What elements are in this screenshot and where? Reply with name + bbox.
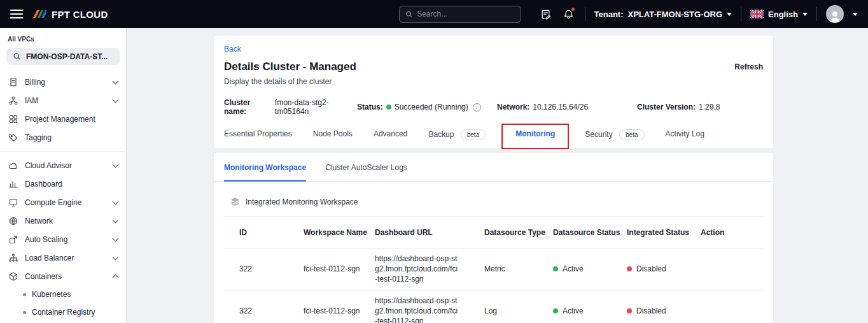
sidebar-item-billing[interactable]: Billing (0, 73, 126, 91)
sidebar-item-dashboard[interactable]: Dashboard (0, 175, 126, 193)
sidebar-item-label: Dashboard (25, 180, 118, 189)
sidebar-item-label: Tagging (25, 133, 118, 142)
cell-datasource-type: Metric (484, 264, 553, 273)
chevron-down-icon (113, 198, 119, 205)
search-icon (405, 10, 413, 18)
meta-network: Network: 10.126.15.64/26 (497, 103, 637, 111)
subtab-cluster-autoscaler-logs[interactable]: Cluster AutoScaler Logs (325, 163, 407, 181)
tenant-value: XPLAT-FMON-STG-ORG (628, 10, 723, 19)
global-search[interactable] (399, 6, 521, 23)
sidebar-item-project-management[interactable]: Project Management (0, 110, 126, 128)
fpt-logo-icon (32, 9, 47, 20)
page-subtitle: Display the details of the cluster (224, 77, 763, 86)
cell-dashboard-url[interactable]: https://dashboard-osp-stg2.fmon.fptcloud… (375, 296, 464, 323)
sidebar-item-label: Containers (25, 272, 107, 281)
table-row: 322 fci-test-0112-sgn https://dashboard-… (223, 291, 764, 323)
sidebar-item-iam[interactable]: IAM (0, 91, 126, 110)
vpc-selector-value: FMON-OSP-DATA-ST... (26, 52, 108, 61)
tab-label: Activity Log (666, 129, 704, 138)
all-vpcs-label: All VPCs (0, 28, 126, 48)
back-link[interactable]: Back (224, 45, 241, 54)
sidebar-item-label: IAM (25, 96, 107, 105)
refresh-button[interactable]: Refresh (734, 62, 763, 71)
table-header-row: ID Workspace Name Dashboard URL Datasour… (223, 217, 764, 248)
cell-id: 322 (239, 264, 304, 273)
sidebar-item-load-balancer[interactable]: Load Balancer (0, 248, 126, 267)
sidebar-item-network[interactable]: Network (0, 212, 126, 230)
billing-icon (8, 77, 18, 87)
topbar: FPT CLOUD Tenant: XPLAT-FMON-STG-ORG (0, 0, 868, 28)
feedback-icon[interactable] (539, 7, 553, 21)
project-management-icon (8, 114, 18, 124)
version-value: 1.29.8 (699, 103, 720, 111)
table-row: 322 fci-test-0112-sgn https://dashboard-… (223, 248, 764, 291)
cloud-advisor-icon (8, 161, 18, 171)
tenant-selector[interactable]: Tenant: XPLAT-FMON-STG-ORG (594, 10, 732, 19)
topbar-divider (741, 7, 741, 21)
disabled-status-dot-icon (627, 308, 632, 313)
sidebar-item-label: Billing (25, 78, 107, 87)
chevron-down-icon (802, 13, 808, 16)
tenant-label: Tenant: (594, 10, 624, 19)
network-label: Network: (497, 103, 529, 111)
chevron-down-icon (113, 96, 119, 103)
sidebar-item-label: Auto Scaling (25, 235, 107, 244)
monitoring-card: Monitoring Workspace Cluster AutoScaler … (214, 153, 773, 323)
cell-datasource-status: Active (553, 306, 627, 315)
tab-node-pools[interactable]: Node Pools (313, 129, 353, 148)
chevron-down-icon (113, 217, 119, 223)
beta-badge: beta (619, 129, 644, 140)
tab-label: Security (585, 130, 612, 139)
meta-cluster-version: Cluster Version: 1.29.8 (637, 103, 720, 111)
user-avatar[interactable] (826, 5, 844, 23)
status-dot-icon (386, 104, 391, 110)
meta-cluster-name: Cluster name: fmon-data-stg2-tm05164n (224, 98, 357, 116)
meta-status: Status: Succeeded (Running) i (357, 103, 497, 111)
cluster-name-value: fmon-data-stg2-tm05164n (275, 98, 357, 116)
cell-dashboard-url[interactable]: https://dashboard-osp-stg2.fmon.fptcloud… (375, 254, 464, 285)
sidebar-item-label: Cloud Advisor (25, 161, 107, 170)
col-header-datasource-status: Datasource Status (553, 228, 627, 237)
cell-integrated-status: Disabled (627, 264, 701, 273)
topbar-divider (816, 7, 817, 21)
sidebar-subitem-label: Kubernetes (32, 290, 71, 299)
brand-logo[interactable]: FPT CLOUD (32, 9, 108, 20)
search-input[interactable] (417, 10, 514, 18)
sidebar-item-cloud-advisor[interactable]: Cloud Advisor (0, 156, 126, 175)
cell-id: 322 (239, 306, 304, 315)
chevron-down-icon (727, 13, 732, 16)
topbar-divider (585, 7, 585, 21)
info-icon[interactable]: i (473, 103, 481, 111)
status-text: Active (563, 264, 584, 273)
search-icon (13, 52, 21, 61)
language-selector[interactable]: English (750, 10, 808, 19)
notification-badge (570, 6, 576, 12)
sidebar-item-tagging[interactable]: Tagging (0, 128, 126, 147)
bullet-icon (23, 311, 26, 314)
tab-monitoring[interactable]: Monitoring (507, 129, 564, 149)
menu-toggle-icon[interactable] (10, 10, 23, 18)
sidebar-item-auto-scaling[interactable]: Auto Scaling (0, 230, 126, 248)
sidebar-subitem-label: Container Registry (32, 308, 95, 317)
sidebar-divider (0, 151, 126, 152)
sidebar-subitem-kubernetes[interactable]: Kubernetes (0, 285, 126, 303)
notifications-bell-icon[interactable] (562, 7, 576, 21)
subtab-monitoring-workspace[interactable]: Monitoring Workspace (224, 163, 306, 182)
status-value: Succeeded (Running) (395, 103, 468, 111)
col-header-dashboard-url: Dashboard URL (375, 228, 484, 237)
sidebar-subitem-container-registry[interactable]: Container Registry (0, 303, 126, 321)
section-title: Integrated Monitoring Workspace (246, 197, 358, 206)
tab-security[interactable]: Security beta (585, 129, 644, 148)
sidebar-item-compute-engine[interactable]: Compute Engine (0, 193, 126, 212)
tab-activity-log[interactable]: Activity Log (666, 129, 704, 148)
cluster-meta-row: Cluster name: fmon-data-stg2-tm05164n St… (224, 98, 763, 116)
load-balancer-icon (8, 253, 18, 263)
vpc-selector[interactable]: FMON-OSP-DATA-ST... (6, 48, 120, 65)
sidebar-item-containers[interactable]: Containers (0, 267, 126, 285)
chevron-down-icon (113, 78, 119, 84)
tab-backup[interactable]: Backup beta (428, 129, 486, 148)
tab-advanced[interactable]: Advanced (374, 129, 407, 148)
cluster-tabs-row: Essential Properties Node Pools Advanced… (214, 129, 773, 149)
tab-essential-properties[interactable]: Essential Properties (224, 129, 292, 148)
user-menu-chevron-icon[interactable] (853, 13, 858, 16)
